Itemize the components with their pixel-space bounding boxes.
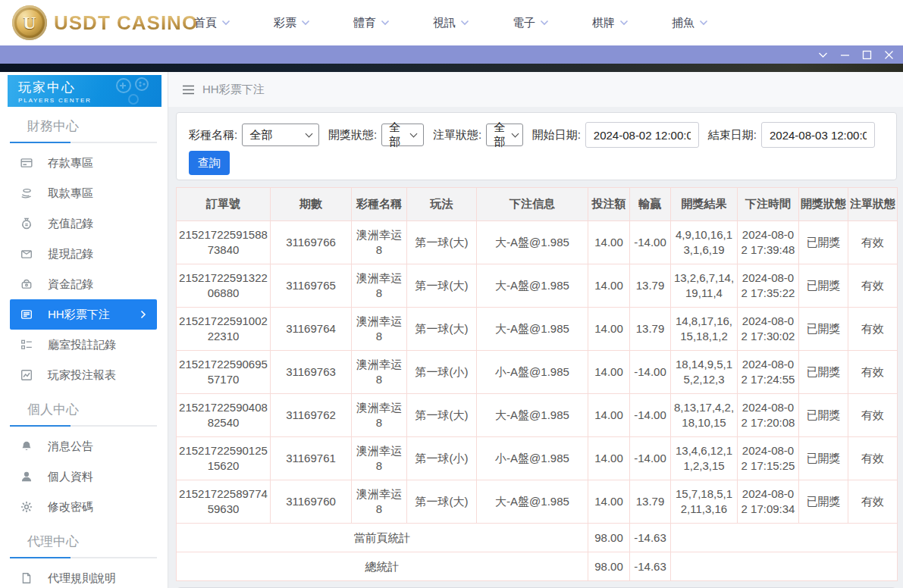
nav-item-chess[interactable]: 棋牌 [592, 16, 629, 30]
chevron-down-icon [221, 20, 230, 26]
table-cell: 已開獎 [799, 394, 848, 437]
chevron-down-icon [619, 20, 629, 26]
page-title: HH彩票下注 [202, 83, 265, 97]
close-icon[interactable] [884, 50, 894, 60]
content: 彩種名稱: 全部 開獎狀態: 全部 注單狀態: 全部 開始 [168, 107, 903, 588]
table-cell: 有效 [848, 351, 898, 394]
select-chevron-icon [305, 130, 312, 138]
table-cell: 澳洲幸运8 [352, 437, 407, 480]
end-date-input[interactable] [761, 122, 875, 148]
nav-item-live[interactable]: 視訊 [433, 16, 469, 30]
nav-item-label: 棋牌 [592, 16, 615, 30]
chart-report-icon [20, 369, 33, 381]
nav-item-sports[interactable]: 體育 [353, 16, 390, 30]
table-cell: 31169760 [271, 480, 352, 524]
column-header: 投注額 [588, 188, 630, 221]
breadcrumb: HH彩票下注 [168, 72, 903, 107]
table-cell: 第一球(小) [407, 351, 477, 394]
table-cell: 14.00 [588, 437, 630, 480]
table-cell: 澳洲幸运8 [352, 480, 407, 524]
page-summary-win-loss: -14.63 [630, 524, 671, 552]
sidebar-item-withdrawal-records[interactable]: 提現記錄 [0, 239, 168, 269]
sidebar-item-label: 消息公告 [48, 439, 93, 454]
table-cell: 14.00 [588, 480, 630, 524]
list-card-icon [20, 308, 33, 321]
lottery-name-value: 全部 [249, 128, 272, 142]
table-cell: 第一球(大) [407, 394, 477, 437]
sidebar-item-hh-lottery-bets[interactable]: HH彩票下注 [10, 299, 157, 330]
table-cell: 2152172259100222310 [177, 308, 271, 351]
summary-empty-cell [671, 552, 898, 581]
sidebar-item-withdraw-zone[interactable]: 取款專區 [0, 178, 168, 208]
table-cell: 有效 [848, 437, 898, 480]
table-cell: 14.00 [588, 308, 630, 351]
nav-item-lottery[interactable]: 彩票 [274, 16, 310, 30]
table-header-row: 訂單號期數彩種名稱玩法下注信息投注額輸贏開獎結果下注時間開獎狀態注單狀態 [177, 188, 898, 221]
sidebar-item-room-bet-records[interactable]: 廳室投註記錄 [0, 330, 168, 360]
draw-status-value: 全部 [389, 120, 405, 149]
table-cell: 31169764 [271, 308, 352, 351]
menu-icon[interactable] [182, 85, 195, 95]
table-cell: 有效 [848, 308, 898, 351]
column-header: 開獎狀態 [799, 188, 848, 221]
coin-logo-icon: U [12, 5, 47, 40]
sidebar-item-fund-records[interactable]: 資金記錄 [0, 269, 168, 299]
table-cell: 2152172259012515620 [177, 437, 271, 480]
summary-empty-cell [671, 524, 898, 552]
nav-item-fishing[interactable]: 捕魚 [672, 16, 708, 30]
table-row: 215217225901251562031169761澳洲幸运8第一球(小)小-… [177, 437, 898, 480]
table-cell: 第一球(大) [407, 264, 477, 308]
table-row: 215217225904088254031169762澳洲幸运8第一球(大)大-… [177, 394, 898, 437]
gear-icon [20, 501, 33, 513]
draw-status-select[interactable]: 全部 [381, 124, 424, 146]
lottery-name-select[interactable]: 全部 [242, 124, 319, 146]
table-cell: 2024-08-02 17:35:22 [738, 264, 799, 308]
lottery-name-label: 彩種名稱: [189, 128, 237, 142]
search-button[interactable]: 查詢 [189, 151, 230, 175]
table-cell: 15,7,18,5,12,11,3,16 [671, 480, 738, 524]
table-cell: 澳洲幸运8 [352, 351, 407, 394]
sidebar-item-label: 取款專區 [48, 186, 93, 201]
sidebar-item-player-bet-report[interactable]: 玩家投注報表 [0, 360, 168, 390]
page-summary-row: 當前頁統計 98.00 -14.63 [177, 524, 898, 552]
column-header: 注單狀態 [848, 188, 898, 221]
person-icon [20, 471, 33, 483]
table-cell: 有效 [848, 264, 898, 308]
nav-item-home[interactable]: 首頁 [194, 16, 230, 30]
order-status-label: 注單狀態: [433, 128, 481, 142]
section-title: 代理中心 [27, 533, 168, 550]
order-status-select[interactable]: 全部 [486, 124, 522, 146]
table-cell: 已開獎 [799, 264, 848, 308]
end-date-label: 結束日期: [708, 128, 757, 142]
table-cell: 31169766 [271, 221, 352, 264]
sidebar-item-agent-rules[interactable]: 代理規則說明 [0, 563, 168, 588]
column-header: 輸贏 [630, 188, 671, 221]
collapse-chevron-icon[interactable] [818, 52, 828, 58]
table-cell: 2024-08-02 17:20:08 [738, 394, 799, 437]
table-cell: 2152172258977459630 [177, 480, 271, 524]
minimize-icon[interactable] [840, 50, 850, 60]
table-cell: 已開獎 [799, 480, 848, 524]
sidebar-item-profile[interactable]: 個人資料 [0, 461, 168, 492]
maximize-icon[interactable] [862, 50, 872, 60]
money-bag-icon [20, 217, 33, 230]
table-cell: -14.00 [630, 394, 671, 437]
sidebar-item-label: 廳室投註記錄 [48, 338, 116, 352]
table-cell: 8,13,17,4,2,18,10,15 [671, 394, 738, 437]
window-titlebar [0, 45, 903, 64]
sidebar-item-recharge-records[interactable]: 充值記錄 [0, 208, 168, 239]
site-logo[interactable]: U USDT CASINO [12, 5, 198, 40]
sidebar-item-change-password[interactable]: 修改密碼 [0, 492, 168, 522]
table-cell: 第一球(大) [407, 308, 477, 351]
sidebar-item-label: 提現記錄 [48, 247, 93, 261]
nav-item-slots[interactable]: 電子 [513, 16, 549, 30]
section-underline [10, 425, 157, 427]
sidebar-item-deposit-zone[interactable]: 存款專區 [0, 148, 168, 178]
table-cell: 大-A盤@1.985 [477, 264, 588, 308]
nav-item-label: 捕魚 [672, 16, 694, 30]
start-date-input[interactable] [585, 122, 699, 148]
start-date-label: 開始日期: [532, 128, 581, 142]
column-header: 彩種名稱 [352, 188, 407, 221]
sidebar-item-label: 存款專區 [48, 156, 93, 170]
sidebar-item-notices[interactable]: 消息公告 [0, 431, 168, 461]
